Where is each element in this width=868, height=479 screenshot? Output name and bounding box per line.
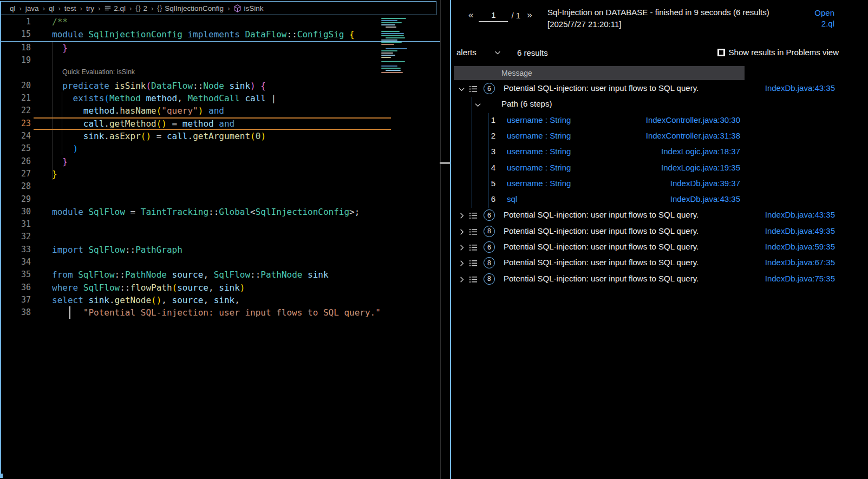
step-location-link[interactable]: IndexController.java:31:38: [646, 131, 740, 140]
chevron-down-icon[interactable]: [474, 101, 482, 109]
path-count-badge: 8: [484, 226, 495, 237]
results-controls: alerts 6 results Show results in Problem…: [456, 48, 863, 61]
problems-view-checkbox[interactable]: [717, 49, 725, 56]
alert-message: Potential SQL-injection: user input flow…: [504, 242, 699, 251]
chevron-right-icon[interactable]: [458, 212, 466, 220]
path-step-row[interactable]: 5username : StringIndexDb.java:39:37: [451, 176, 868, 192]
query-run-title: Sql-Injection on DATABASE - finished in …: [547, 6, 769, 30]
line-number: 36: [0, 281, 31, 294]
page-total-label: / 1: [511, 11, 520, 20]
minimap-line: [381, 55, 395, 56]
page-number-input[interactable]: [479, 9, 508, 22]
breadcrumb-item-issink[interactable]: isSink: [233, 4, 263, 12]
line-number: 26: [0, 155, 31, 168]
path-step-row[interactable]: 4username : StringIndexLogic.java:19:35: [451, 161, 868, 176]
minimap-line: [381, 53, 393, 54]
breadcrumb-label: 2: [143, 4, 147, 12]
chevron-down-icon[interactable]: [458, 85, 466, 93]
path-step-row[interactable]: 6sqlIndexDb.java:43:35: [451, 192, 868, 208]
code-text: from SqlFlow::PathNode source, SqlFlow::…: [52, 268, 329, 281]
tree-indent-guide: [488, 113, 488, 208]
step-node-link[interactable]: username : String: [507, 131, 571, 140]
minimap[interactable]: [379, 18, 428, 77]
breadcrumb-item-try[interactable]: try: [86, 4, 94, 12]
minimap-line: [386, 70, 401, 71]
minimap-line: [381, 31, 400, 32]
path-header-row[interactable]: Path (6 steps): [451, 97, 868, 113]
step-location-link[interactable]: IndexController.java:30:30: [646, 115, 740, 124]
breadcrumb-item-test[interactable]: test: [64, 4, 76, 12]
alert-row[interactable]: 6Potential SQL-injection: user input flo…: [451, 81, 868, 97]
minimap-line: [381, 44, 394, 45]
line-number: 1: [0, 16, 31, 28]
alert-location-link[interactable]: IndexDb.java:43:35: [765, 210, 835, 219]
alert-location-link[interactable]: IndexDb.java:43:35: [765, 83, 835, 93]
breadcrumb-separator-icon: ›: [129, 4, 132, 12]
open-query-file-link[interactable]: Open 2.ql: [814, 8, 834, 29]
step-number: 3: [485, 147, 495, 156]
minimap-line: [381, 68, 401, 69]
line-number: 24: [0, 130, 31, 142]
minimap-line: [381, 61, 405, 62]
code-text: }: [52, 168, 57, 180]
breadcrumb-item-ql[interactable]: ql: [49, 4, 55, 12]
path-step-row[interactable]: 2username : StringIndexController.java:3…: [451, 129, 868, 145]
alert-location-link[interactable]: IndexDb.java:75:35: [765, 274, 835, 283]
breadcrumb-separator-icon: ›: [19, 4, 22, 12]
step-location-link[interactable]: IndexDb.java:43:35: [670, 194, 740, 204]
chevron-right-icon[interactable]: [458, 244, 466, 252]
prev-page-button[interactable]: «: [466, 10, 475, 21]
step-node-link[interactable]: username : String: [507, 115, 571, 124]
chevron-right-icon[interactable]: [458, 228, 466, 236]
line-number: 20: [0, 80, 31, 92]
chevron-right-icon[interactable]: [458, 259, 466, 267]
alert-row[interactable]: 6Potential SQL-injection: user input flo…: [451, 208, 868, 224]
chevron-right-icon[interactable]: [458, 275, 466, 284]
results-view-dropdown[interactable]: alerts: [456, 48, 501, 57]
alert-row[interactable]: 6Potential SQL-injection: user input flo…: [451, 240, 868, 255]
code-line: 1/**: [0, 16, 440, 28]
step-location-link[interactable]: IndexLogic.java:18:37: [661, 147, 740, 156]
alert-list-icon: [469, 259, 478, 267]
alert-row[interactable]: 8Potential SQL-injection: user input flo…: [451, 272, 868, 287]
code-line: 19: [0, 54, 440, 67]
symbol-cube-icon: [233, 4, 242, 12]
pagination: « / 1 »: [466, 9, 534, 22]
step-node-link[interactable]: username : String: [507, 163, 571, 172]
breadcrumb-item-2-ql[interactable]: 2.ql: [104, 4, 126, 12]
open-link-line2: 2.ql: [814, 18, 834, 29]
step-node-link[interactable]: username : String: [507, 179, 571, 188]
code-viewport[interactable]: 18 }19Quick Evaluation: isSink20 predica…: [0, 42, 440, 356]
quick-evaluation-codelens[interactable]: Quick Evaluation: isSink: [62, 68, 135, 76]
breadcrumb-item-ql[interactable]: ql: [10, 4, 16, 12]
alert-row[interactable]: 8Potential SQL-injection: user input flo…: [451, 224, 868, 240]
next-page-button[interactable]: »: [525, 10, 534, 21]
step-location-link[interactable]: IndexLogic.java:19:35: [661, 163, 740, 172]
code-line: 22 method.hasName("query") and: [0, 104, 440, 117]
breadcrumb-item-sqlinjectionconfig[interactable]: {}SqlInjectionConfig: [157, 4, 224, 12]
alert-location-link[interactable]: IndexDb.java:59:35: [765, 242, 835, 251]
code-text: }: [52, 42, 68, 54]
path-step-row[interactable]: 3username : StringIndexLogic.java:18:37: [451, 145, 868, 160]
minimap-line: [381, 33, 404, 34]
alert-location-link[interactable]: IndexDb.java:67:35: [765, 258, 835, 267]
breadcrumb-label: 2.ql: [114, 4, 126, 12]
code-line: 18 }: [0, 42, 440, 54]
tree-indent-guide: [472, 97, 472, 208]
code-text: sink.asExpr() = call.getArgument(0): [52, 130, 266, 142]
show-in-problems-toggle[interactable]: Show results in Problems view: [717, 48, 839, 57]
step-node-link[interactable]: username : String: [507, 147, 571, 156]
code-line: 34: [0, 256, 440, 268]
breadcrumb-separator-icon: ›: [80, 4, 82, 12]
sash-handle[interactable]: [440, 162, 450, 164]
path-step-row[interactable]: 1username : StringIndexController.java:3…: [451, 113, 868, 129]
step-node-link[interactable]: sql: [507, 194, 517, 204]
minimap-line: [381, 72, 403, 73]
alert-row[interactable]: 8Potential SQL-injection: user input flo…: [451, 255, 868, 271]
breadcrumb-item-2[interactable]: {}2: [135, 4, 147, 12]
step-location-link[interactable]: IndexDb.java:39:37: [670, 179, 740, 188]
breadcrumb-item-java[interactable]: java: [25, 4, 39, 12]
alert-location-link[interactable]: IndexDb.java:49:35: [765, 226, 835, 235]
line-number: 22: [0, 104, 31, 117]
code-text: /**: [52, 16, 68, 28]
